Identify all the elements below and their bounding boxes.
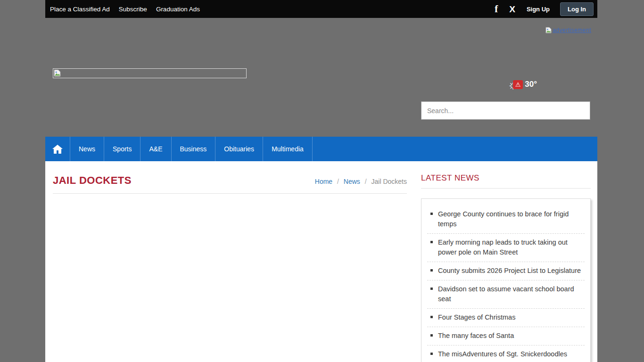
list-item[interactable]: County submits 2026 Project List to Legi… — [427, 262, 585, 280]
list-item-label: The misAdventures of Sgt. Snickerdoodles — [438, 350, 567, 358]
temperature-value: 30° — [525, 80, 537, 89]
latest-news-box: George County continues to brace for fri… — [421, 198, 591, 362]
weather-alert-badge: ⚠ — [513, 80, 523, 89]
advertisement-alt-text: advertisement — [553, 27, 591, 33]
advertisement-slot[interactable]: advertisement — [545, 27, 591, 33]
nav-item-business[interactable]: Business — [172, 137, 216, 161]
list-item[interactable]: Four Stages of Christmas — [427, 309, 585, 327]
list-item-label: Davidson set to assume vacant school boa… — [438, 285, 574, 303]
sidebar: LATEST NEWS George County continues to b… — [421, 161, 591, 362]
breadcrumb: Home / News / Jail Dockets — [315, 178, 407, 185]
broken-image-icon — [54, 69, 61, 77]
search-input[interactable] — [421, 101, 590, 120]
bullet-icon — [430, 241, 433, 243]
nav-item-multimedia[interactable]: Multimedia — [263, 137, 313, 161]
nav-item-sports[interactable]: Sports — [104, 137, 140, 161]
sign-up-link[interactable]: Sign Up — [527, 6, 550, 13]
latest-news-heading: LATEST NEWS — [421, 173, 591, 183]
latest-news-divider — [421, 188, 591, 189]
list-item[interactable]: Early morning nap leads to truck taking … — [427, 234, 585, 262]
page-container: Place a Classified Ad Subscribe Graduati… — [45, 0, 597, 362]
topbar-right-group: f X Sign Up Log In — [495, 2, 594, 16]
list-item-label: County submits 2026 Project List to Legi… — [438, 267, 581, 274]
bullet-icon — [430, 334, 433, 337]
log-in-button[interactable]: Log In — [560, 2, 594, 16]
title-divider — [53, 193, 407, 194]
breadcrumb-separator: / — [337, 178, 339, 185]
list-item-label: George County continues to brace for fri… — [438, 210, 569, 228]
graduation-ads-link[interactable]: Graduation Ads — [156, 6, 200, 13]
nav-home-button[interactable] — [45, 137, 70, 161]
subscribe-link[interactable]: Subscribe — [119, 6, 147, 13]
x-twitter-icon[interactable]: X — [509, 5, 515, 14]
breadcrumb-home-link[interactable]: Home — [315, 178, 332, 185]
main-navigation: News Sports A&E Business Obituaries Mult… — [45, 137, 597, 161]
place-classified-ad-link[interactable]: Place a Classified Ad — [50, 6, 110, 13]
latest-news-list: George County continues to brace for fri… — [427, 206, 585, 362]
nav-item-obituaries[interactable]: Obituaries — [215, 137, 263, 161]
bullet-icon — [430, 316, 433, 318]
nav-item-news[interactable]: News — [70, 137, 104, 161]
broken-image-icon — [545, 27, 552, 33]
list-item[interactable]: Davidson set to assume vacant school boa… — [427, 280, 585, 309]
bullet-icon — [430, 353, 433, 355]
site-logo-broken-image[interactable] — [53, 68, 247, 78]
top-utility-bar: Place a Classified Ad Subscribe Graduati… — [45, 0, 597, 18]
site-header: advertisement ☼ ⚠ 30° — [45, 18, 597, 137]
breadcrumb-news-link[interactable]: News — [344, 178, 360, 185]
list-item[interactable]: George County continues to brace for fri… — [427, 206, 585, 234]
list-item-label: The many faces of Santa — [438, 332, 514, 339]
facebook-icon[interactable]: f — [495, 4, 498, 14]
home-icon — [52, 145, 63, 154]
weather-widget[interactable]: ☼ ⚠ 30° — [507, 78, 537, 90]
bullet-icon — [430, 213, 433, 215]
list-item[interactable]: The many faces of Santa — [427, 327, 585, 346]
main-column: JAIL DOCKETS Home / News / Jail Dockets — [53, 161, 407, 362]
list-item-label: Early morning nap leads to truck taking … — [438, 239, 568, 256]
nav-item-ae[interactable]: A&E — [140, 137, 171, 161]
content-area: JAIL DOCKETS Home / News / Jail Dockets … — [45, 161, 597, 362]
page-title: JAIL DOCKETS — [53, 174, 132, 187]
warning-triangle-icon: ⚠ — [515, 82, 521, 88]
list-item-label: Four Stages of Christmas — [438, 313, 515, 321]
title-row: JAIL DOCKETS Home / News / Jail Dockets — [53, 174, 407, 187]
list-item[interactable]: The misAdventures of Sgt. Snickerdoodles — [427, 346, 585, 362]
breadcrumb-current: Jail Dockets — [372, 178, 407, 185]
bullet-icon — [430, 269, 433, 272]
breadcrumb-separator: / — [365, 178, 367, 185]
bullet-icon — [430, 288, 433, 290]
